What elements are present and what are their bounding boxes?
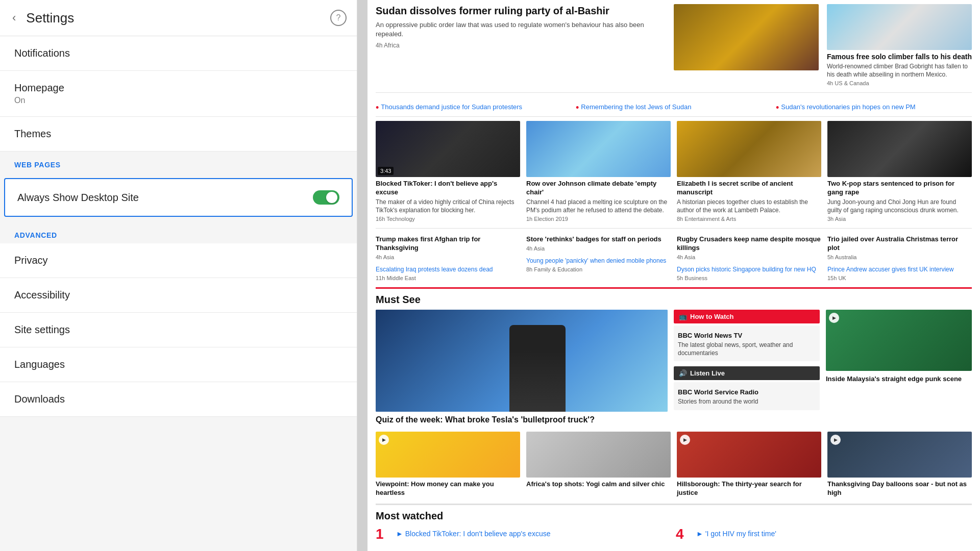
article-card-1: Row over Johnson climate debate 'empty c… [526,121,671,222]
bottom-headline-3[interactable]: Thanksgiving Day balloons soar - but not… [827,480,972,497]
listen-live-badge: 🔊 Listen Live [674,366,820,380]
article-headline-0[interactable]: Blocked TikToker: I don't believe app's … [376,180,520,197]
article-meta-0: 16h Technology [376,216,520,222]
play-icon: ▶ [829,313,839,323]
downloads-label: Downloads [14,393,342,405]
bottom-headline-1[interactable]: Africa's top shots: Yogi calm and silver… [526,480,671,489]
row2-link-1[interactable]: Young people 'panicky' when denied mobil… [526,257,666,264]
sidebar-item-languages[interactable]: Languages [0,347,357,382]
always-show-desktop-label: Always Show Desktop Site [17,192,139,204]
article-headline-2[interactable]: Elizabeth I is secret scribe of ancient … [677,180,821,197]
how-to-watch-label: How to Watch [690,313,733,320]
bottom-card-2: ▶ Hillsborough: The thirty-year search f… [677,432,821,497]
homepage-subtitle: On [14,96,342,105]
must-see-cards: 📺 How to Watch BBC World News TV The lat… [674,310,820,425]
sidebar-item-notifications[interactable]: Notifications [0,36,357,71]
article-img-1 [526,121,671,177]
top-story-headline[interactable]: Sudan dissolves former ruling party of a… [376,4,666,17]
bottom-headline-2[interactable]: Hillsborough: The thirty-year search for… [677,480,821,497]
sidebar-item-themes[interactable]: Themes [0,117,357,152]
row2-card-3: Trio jailed over Australia Christmas ter… [827,233,972,281]
bullet-text-1: Remembering the lost Jews of Sudan [581,103,691,111]
article-body-3: Jung Joon-young and Choi Jong Hun are fo… [827,198,972,214]
row2-headline-0[interactable]: Trump makes first Afghan trip for Thanks… [376,235,520,253]
sidebar-item-site-settings[interactable]: Site settings [0,313,357,347]
bullet-item-2[interactable]: • Sudan's revolutionaries pin hopes on n… [776,103,972,112]
bottom-card-1: Africa's top shots: Yogi calm and silver… [526,432,671,497]
bullet-text-0: Thousands demand justice for Sudan prote… [381,103,522,111]
bottom-card-3: ▶ Thanksgiving Day balloons soar - but n… [827,432,972,497]
bullet-dot-2: • [776,103,779,112]
bbc-radio-desc: Stories from around the world [678,398,816,406]
site-settings-label: Site settings [14,324,342,336]
row2-link-3[interactable]: Prince Andrew accuser gives first UK int… [827,266,953,273]
sidebar-item-homepage[interactable]: Homepage On [0,71,357,117]
quiz-image [376,310,668,412]
row2-meta-2: 4h Asia [677,254,821,260]
sidebar-item-downloads[interactable]: Downloads [0,382,357,417]
article-img-2 [677,121,821,177]
row2-link-0[interactable]: Escalating Iraq protests leave dozens de… [376,266,493,273]
watched-title-1[interactable]: ► 'I got HIV my first time' [696,527,776,538]
back-button[interactable]: ‹ [10,9,18,27]
row2-link-meta-1: 8h Family & Education [526,266,671,272]
bullet-text-2: Sudan's revolutionaries pin hopes on new… [781,103,915,111]
row2-headline-1[interactable]: Store 'rethinks' badges for staff on per… [526,235,671,244]
must-see-heading: Must See [376,287,972,310]
row2-meta-3: 5h Australia [827,254,972,260]
top-story-section: Sudan dissolves former ruling party of a… [376,4,972,93]
video-badge-0: 3:43 [378,167,394,175]
top-story-img-card [674,4,819,86]
article-img-0: 3:43 [376,121,520,177]
desktop-site-toggle[interactable] [313,190,339,205]
homepage-label: Homepage [14,82,342,94]
bottom-headline-0[interactable]: Viewpoint: How money can make you heartl… [376,480,520,497]
row2-card-0: Trump makes first Afghan trip for Thanks… [376,233,520,281]
malaysia-thumb-title[interactable]: Inside Malaysia's straight edge punk sce… [826,375,972,384]
article-headline-3[interactable]: Two K-pop stars sentenced to prison for … [827,180,972,197]
bottom-img-0: ▶ [376,432,520,478]
watched-num-0: 1 [376,527,391,541]
bbc-world-news-tv-label: BBC World News TV [678,332,816,339]
listen-live-content: BBC World Service Radio Stories from aro… [674,382,820,410]
settings-content: Notifications Homepage On Themes WEB PAG… [0,36,357,551]
sudan-image [674,4,819,70]
how-to-watch-card: 📺 How to Watch BBC World News TV The lat… [674,310,820,361]
top-story-main: Sudan dissolves former ruling party of a… [376,4,666,86]
article-body-2: A historian pieces together clues to est… [677,198,821,214]
sidebar-item-privacy[interactable]: Privacy [0,243,357,278]
row2-headline-2[interactable]: Rugby Crusaders keep name despite mosque… [677,235,821,253]
quiz-headline[interactable]: Quiz of the week: What broke Tesla's 'bu… [376,415,668,425]
notifications-label: Notifications [14,47,342,59]
always-show-desktop-item[interactable]: Always Show Desktop Site [4,178,353,217]
tv-icon: 📺 [679,313,687,320]
bottom-grid: ▶ Viewpoint: How money can make you hear… [376,432,972,497]
row2-meta-0: 4h Asia [376,254,520,260]
article-card-3: Two K-pop stars sentenced to prison for … [827,121,972,222]
row2-card-1: Store 'rethinks' badges for staff on per… [526,233,671,281]
languages-label: Languages [14,359,342,370]
row2-link-2[interactable]: Dyson picks historic Singapore building … [677,266,816,273]
article-meta-2: 8h Entertainment & Arts [677,216,821,222]
privacy-label: Privacy [14,255,342,266]
article-card-2: Elizabeth I is secret scribe of ancient … [677,121,821,222]
play-icon-bottom-3: ▶ [830,435,841,445]
bullet-item-1[interactable]: • Remembering the lost Jews of Sudan [576,103,772,112]
watched-title-0[interactable]: ► Blocked TikToker: I don't believe app'… [396,527,550,538]
help-icon[interactable]: ? [330,10,347,26]
bottom-img-3: ▶ [827,432,972,478]
advanced-section-label: ADVANCED [0,222,357,243]
article-headline-1[interactable]: Row over Johnson climate debate 'empty c… [526,180,671,197]
settings-header: ‹ Settings ? [0,0,357,36]
bbc-radio-label: BBC World Service Radio [678,388,816,396]
row2-headline-3[interactable]: Trio jailed over Australia Christmas ter… [827,235,972,253]
climber-headline[interactable]: Famous free solo climber falls to his de… [827,52,972,61]
malaysia-thumb-img: ▶ [826,310,972,371]
bullet-item-0[interactable]: • Thousands demand justice for Sudan pro… [376,103,572,112]
article-meta-1: 1h Election 2019 [526,216,671,222]
listen-live-label: Listen Live [690,369,725,377]
climber-image [827,4,972,50]
sidebar-item-accessibility[interactable]: Accessibility [0,278,357,313]
row2-link-meta-3: 15h UK [827,275,972,281]
must-see-main-card: Quiz of the week: What broke Tesla's 'bu… [376,310,668,425]
